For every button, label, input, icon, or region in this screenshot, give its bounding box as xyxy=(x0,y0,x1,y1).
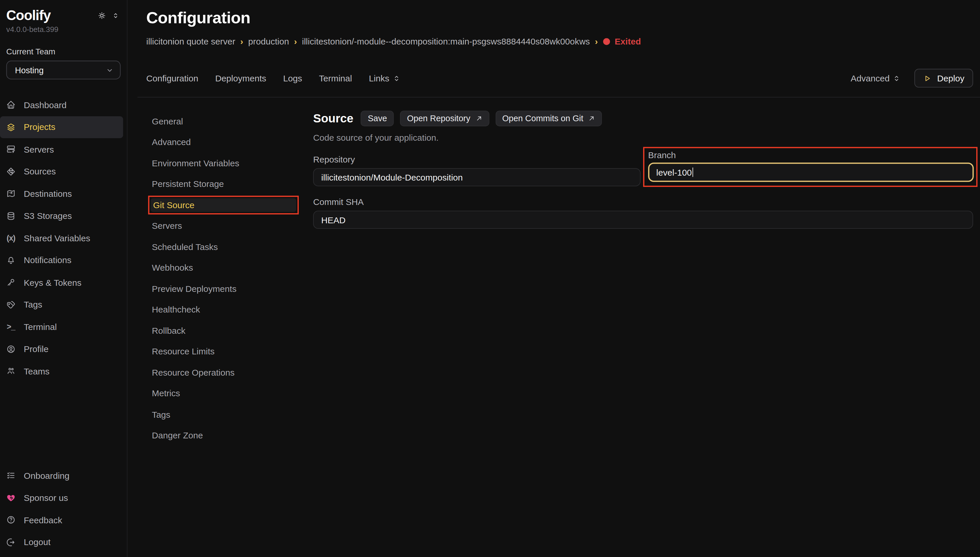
sidebar-item-logout[interactable]: Logout xyxy=(0,531,123,553)
breadcrumb-project[interactable]: illicitonion quote server xyxy=(146,36,235,46)
sidebar-item-sponsor-us[interactable]: Sponsor us xyxy=(0,487,123,509)
sidebar-item-label: Shared Variables xyxy=(24,233,90,243)
parentheses-x-icon: (x) xyxy=(7,234,16,243)
sidebar-item-label: Destinations xyxy=(24,189,72,199)
subnav-item-preview-deployments[interactable]: Preview Deployments xyxy=(146,278,313,299)
play-icon xyxy=(923,74,931,82)
subnav-item-danger-zone[interactable]: Danger Zone xyxy=(146,425,313,446)
subnav-item-servers[interactable]: Servers xyxy=(146,215,313,236)
sidebar-item-destinations[interactable]: Destinations xyxy=(0,182,123,205)
chevron-down-icon xyxy=(106,66,114,74)
open-repository-label: Open Repository xyxy=(407,114,470,123)
map-icon xyxy=(7,189,16,198)
sidebar-item-label: Profile xyxy=(24,344,49,354)
sidebar-item-label: Terminal xyxy=(24,322,57,332)
tab-logs[interactable]: Logs xyxy=(283,73,302,83)
sidebar-item-feedback[interactable]: Feedback xyxy=(0,509,123,531)
external-link-icon xyxy=(475,115,482,122)
bell-icon xyxy=(7,256,16,265)
commit-sha-input[interactable]: HEAD xyxy=(313,211,973,229)
subnav-item-persistent-storage[interactable]: Persistent Storage xyxy=(146,174,313,194)
subnav-item-advanced[interactable]: Advanced xyxy=(146,132,313,153)
page-title: Configuration xyxy=(146,8,980,27)
breadcrumb-environment[interactable]: production xyxy=(248,36,289,46)
repository-label: Repository xyxy=(313,155,640,164)
subnav-item-general[interactable]: General xyxy=(146,111,313,132)
sidebar-item-notifications[interactable]: Notifications xyxy=(0,249,123,271)
sidebar-item-terminal[interactable]: >_ Terminal xyxy=(0,316,123,338)
subnav-item-scheduled-tasks[interactable]: Scheduled Tasks xyxy=(146,236,313,257)
config-subnav: General Advanced Environment Variables P… xyxy=(146,98,313,557)
subnav-item-healthcheck[interactable]: Healthcheck xyxy=(146,299,313,320)
tab-deployments[interactable]: Deployments xyxy=(215,73,266,83)
status-text: Exited xyxy=(615,36,641,46)
source-form: Repository illicitestonion/Module-Decomp… xyxy=(313,155,973,229)
repository-field-group: Repository illicitestonion/Module-Decomp… xyxy=(313,155,640,187)
subnav-item-webhooks[interactable]: Webhooks xyxy=(146,257,313,278)
subnav-item-git-source-label: Git Source xyxy=(151,198,296,212)
breadcrumb-separator: › xyxy=(241,36,243,46)
section-title: Source xyxy=(313,112,353,125)
repository-value: illicitestonion/Module-Decomposition xyxy=(321,172,463,182)
sidebar-item-label: Dashboard xyxy=(24,100,67,110)
save-button[interactable]: Save xyxy=(361,111,394,127)
server-icon xyxy=(7,145,16,154)
user-circle-icon xyxy=(7,344,16,353)
sidebar-item-label: Notifications xyxy=(24,255,72,265)
branch-input[interactable]: level-100 xyxy=(648,163,973,182)
tabs-row: Configuration Deployments Logs Terminal … xyxy=(146,69,980,88)
tab-configuration[interactable]: Configuration xyxy=(146,73,198,83)
subnav-item-git-source[interactable]: Git Source xyxy=(146,194,313,215)
breadcrumb: illicitonion quote server › production ›… xyxy=(146,36,980,46)
home-icon xyxy=(7,100,16,109)
tab-links-label: Links xyxy=(369,73,389,83)
sidebar-item-teams[interactable]: Teams xyxy=(0,360,123,382)
sidebar-item-sources[interactable]: Sources xyxy=(0,160,123,182)
sidebar-item-profile[interactable]: Profile xyxy=(0,338,123,360)
open-repository-button[interactable]: Open Repository xyxy=(400,111,489,127)
open-commits-button[interactable]: Open Commits on Git xyxy=(495,111,602,127)
sidebar-item-label: Keys & Tokens xyxy=(24,277,82,287)
annotation-box-branch: Branch level-100 xyxy=(643,147,978,187)
sidebar: Coolify v4.0.0-beta.399 Current Team Hos… xyxy=(0,0,128,557)
app-logo[interactable]: Coolify xyxy=(7,8,51,23)
sidebar-item-keys-tokens[interactable]: Keys & Tokens xyxy=(0,271,123,293)
branch-label: Branch xyxy=(648,150,973,160)
sidebar-item-label: Feedback xyxy=(24,515,62,525)
sidebar-item-label: Sources xyxy=(24,166,56,176)
repository-input[interactable]: illicitestonion/Module-Decomposition xyxy=(313,168,640,186)
sidebar-item-s3-storages[interactable]: S3 Storages xyxy=(0,205,123,227)
theme-sun-icon[interactable] xyxy=(98,11,106,20)
sidebar-item-tags[interactable]: Tags xyxy=(0,294,123,316)
chevron-up-down-icon xyxy=(893,74,901,82)
annotation-box-git-source: Git Source xyxy=(148,195,299,215)
sidebar-nav: Dashboard Projects Servers Sources Desti… xyxy=(0,94,127,382)
subnav-item-metrics[interactable]: Metrics xyxy=(146,383,313,404)
theme-selector-chevrons-icon[interactable] xyxy=(112,12,119,20)
tab-terminal[interactable]: Terminal xyxy=(319,73,352,83)
sidebar-footer-nav: Onboarding Sponsor us Feedback Logout xyxy=(0,464,127,553)
subnav-item-environment-variables[interactable]: Environment Variables xyxy=(146,153,313,174)
terminal-icon: >_ xyxy=(7,322,16,331)
subnav-item-rollback[interactable]: Rollback xyxy=(146,320,313,341)
commit-sha-value: HEAD xyxy=(321,215,346,225)
team-select[interactable]: Hosting xyxy=(7,61,121,80)
sidebar-item-onboarding[interactable]: Onboarding xyxy=(0,464,123,487)
advanced-dropdown[interactable]: Advanced xyxy=(851,73,901,83)
deploy-button[interactable]: Deploy xyxy=(915,69,973,88)
tab-links[interactable]: Links xyxy=(369,73,400,83)
sidebar-item-dashboard[interactable]: Dashboard xyxy=(0,94,123,116)
advanced-label: Advanced xyxy=(851,73,890,83)
sidebar-item-shared-variables[interactable]: (x) Shared Variables xyxy=(0,227,123,249)
heart-hands-icon xyxy=(7,493,16,502)
subnav-item-resource-limits[interactable]: Resource Limits xyxy=(146,341,313,362)
breadcrumb-separator: › xyxy=(294,36,297,46)
subnav-item-resource-operations[interactable]: Resource Operations xyxy=(146,362,313,383)
sidebar-item-label: Tags xyxy=(24,300,42,309)
status-badge: Exited xyxy=(603,36,641,46)
sidebar-item-projects[interactable]: Projects xyxy=(0,116,123,138)
breadcrumb-resource[interactable]: illicitestonion/-module--decomposition:m… xyxy=(302,36,590,46)
sidebar-item-servers[interactable]: Servers xyxy=(0,138,123,160)
subnav-item-tags[interactable]: Tags xyxy=(146,404,313,425)
team-select-value: Hosting xyxy=(15,65,44,75)
